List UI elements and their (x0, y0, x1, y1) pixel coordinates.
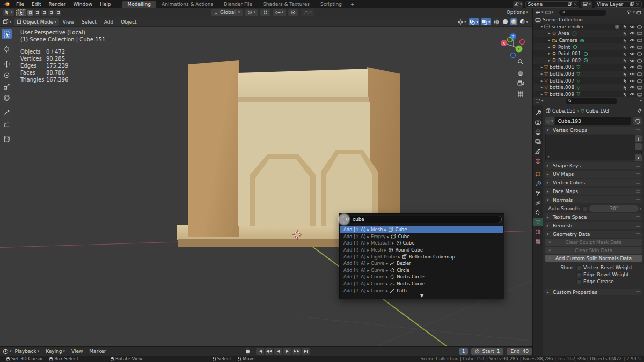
new-scene-icon[interactable] (568, 2, 572, 6)
render-camera-icon[interactable] (637, 38, 642, 42)
hide-eye-icon[interactable] (630, 65, 635, 69)
clear-sculpt-mask-button[interactable]: ×Clear Sculpt Mask Data (545, 239, 642, 246)
tab-scene[interactable] (533, 147, 543, 156)
vertex-groups-list[interactable]: ▸ + − ▾ (545, 135, 642, 160)
panel-vertex-colors[interactable]: ▸Vertex Colors (545, 179, 642, 186)
show-gizmo-dropdown[interactable]: ▾ (457, 18, 467, 25)
properties-search-input[interactable] (566, 98, 617, 104)
zoom-view-button[interactable] (517, 58, 524, 65)
hide-eye-icon[interactable] (630, 79, 635, 83)
menu-playback[interactable]: Playback▾ (12, 349, 43, 354)
tab-constraints[interactable] (533, 208, 543, 217)
menu-keying[interactable]: Keying▾ (42, 349, 68, 354)
selectable-icon[interactable] (623, 31, 627, 36)
selectable-icon[interactable] (623, 38, 627, 43)
select-mode-subtract[interactable] (41, 10, 47, 16)
search-input[interactable]: cube (342, 216, 502, 223)
jump-to-end-button[interactable] (302, 348, 310, 355)
panel-face-maps[interactable]: ▸Face Maps (545, 188, 642, 195)
perspective-toggle-button[interactable] (517, 90, 524, 98)
tab-physics[interactable] (533, 198, 543, 207)
view-layer-name-field[interactable]: View Layer × (595, 1, 642, 8)
selectable-icon[interactable] (623, 85, 627, 90)
panel-texture-space[interactable]: ▸Texture Space (545, 213, 642, 220)
select-mode-new[interactable] (27, 10, 33, 16)
hide-eye-icon[interactable] (630, 31, 635, 35)
select-mode-invert[interactable] (48, 10, 54, 16)
outliner-filter-dropdown[interactable]: ▾ (627, 10, 635, 15)
outliner-filter-type-dropdown[interactable]: ▾ (545, 10, 554, 15)
result-nurbs-curve[interactable]: Add [⇧ A] ▸ Curve ▸ Nurbs Curve (340, 280, 503, 287)
result-nurbs-circle[interactable]: Add [⇧ A] ▸ Curve ▸ Nurbs Circle (340, 274, 503, 280)
panel-vertex-groups[interactable]: ▾Vertex Groups (545, 127, 642, 134)
menu-view[interactable]: View (59, 19, 78, 25)
proportional-editing-toggle[interactable] (288, 9, 298, 16)
tab-texture[interactable] (533, 237, 543, 246)
frame-start-field[interactable]: Start1 (471, 348, 504, 355)
menu-add[interactable]: Add (100, 19, 117, 25)
pivot-point-dropdown[interactable]: ▾ (245, 9, 258, 16)
snap-target-dropdown[interactable]: ▾ (273, 9, 287, 16)
breadcrumb-object[interactable]: Cube.151 (552, 108, 575, 114)
menu-help[interactable]: Help (96, 2, 115, 7)
tab-scripting[interactable]: Scripting (315, 1, 347, 8)
tab-object[interactable] (533, 169, 543, 178)
render-camera-icon[interactable] (637, 31, 642, 35)
shading-solid-button[interactable] (502, 18, 509, 25)
selectable-icon[interactable] (623, 45, 627, 49)
render-camera-icon[interactable] (637, 85, 642, 90)
collection-checkbox[interactable]: ✓ (615, 25, 619, 29)
new-collection-button[interactable] (636, 10, 642, 15)
fake-user-button[interactable] (633, 117, 642, 125)
select-mode-intersect[interactable] (55, 10, 61, 16)
tab-shaders-textures[interactable]: Shaders & Textures (258, 1, 315, 8)
panel-custom-properties[interactable]: ▸Custom Properties (545, 289, 642, 295)
active-tool-select-box[interactable] (16, 9, 26, 16)
proportional-falloff-dropdown[interactable]: ▾ (301, 9, 314, 16)
mode-dropdown[interactable]: Object Mode▾ (14, 18, 59, 26)
show-overlays-toggle[interactable]: ▾ (469, 18, 479, 25)
selectable-icon[interactable] (623, 65, 627, 70)
tab-blender-file[interactable]: Blender File (218, 1, 258, 8)
next-keyframe-button[interactable] (292, 348, 301, 355)
play-reverse-button[interactable] (274, 348, 282, 355)
add-vertex-group-button[interactable]: + (635, 135, 642, 142)
menu-object[interactable]: Object (117, 19, 140, 25)
scroll-down-indicator[interactable]: ▼ (420, 293, 423, 298)
result-mesh-cube[interactable]: Add [⇧ A] ▸ Mesh ▸ Cube (340, 226, 503, 233)
tab-world[interactable] (533, 157, 543, 165)
tab-object-data[interactable]: ▽ (533, 218, 543, 226)
outliner-row-bottle-003[interactable]: ▸ ▽ bottle.003 ▽ (533, 71, 644, 78)
render-camera-icon[interactable] (637, 51, 642, 56)
vertex-group-specials-dropdown[interactable]: ▾ (635, 154, 642, 161)
scene-name-field[interactable]: Scene × (525, 1, 579, 8)
selectable-icon[interactable] (623, 58, 627, 63)
render-camera-icon[interactable] (637, 72, 642, 76)
remove-vertex-group-button[interactable]: − (635, 143, 642, 150)
hide-eye-icon[interactable] (630, 45, 635, 49)
hide-eye-icon[interactable] (630, 92, 635, 97)
result-empty-cube[interactable]: Add [⇧ A] ▸ Empty ▸ Cube (340, 233, 503, 240)
tab-modifiers[interactable] (533, 179, 543, 188)
select-mode-extend[interactable] (34, 10, 40, 16)
model-top-board[interactable] (238, 69, 368, 100)
new-view-layer-icon[interactable] (630, 2, 634, 6)
tab-material[interactable] (533, 227, 543, 236)
current-frame-field[interactable]: 1 (459, 348, 467, 355)
outliner-row-scene-render[interactable]: ▾ scene-render ✓ (533, 24, 644, 31)
tool-measure-button[interactable] (2, 119, 12, 129)
render-camera-icon[interactable] (637, 45, 642, 49)
pin-icon[interactable] (636, 108, 642, 114)
menu-timeline-view[interactable]: View (68, 349, 86, 354)
hide-eye-icon[interactable] (630, 72, 635, 76)
panel-uv-maps[interactable]: ▸UV Maps (545, 171, 642, 178)
outliner-row-bottle-008[interactable]: ▸ ▽ bottle.008 ▽ (533, 84, 644, 91)
outliner-search-input[interactable] (559, 10, 606, 16)
prev-keyframe-button[interactable] (265, 348, 273, 355)
selectable-icon[interactable] (623, 24, 627, 29)
panel-normals[interactable]: ▾Normals (545, 196, 642, 203)
editor-type-dropdown[interactable]: ▾ (3, 19, 12, 25)
tool-move-button[interactable] (2, 59, 12, 69)
outliner-row-bottle-001[interactable]: ▸ ▽ bottle.001 ▽ (533, 64, 644, 71)
menu-window[interactable]: Window (70, 2, 97, 7)
